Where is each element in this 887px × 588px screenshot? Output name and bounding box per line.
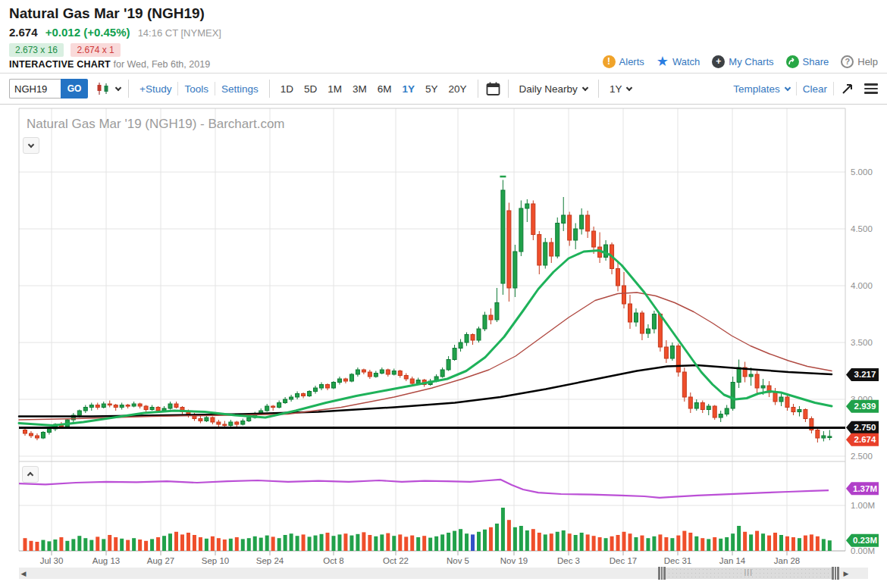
interactive-chart-title: INTERACTIVE CHART (9, 59, 111, 70)
price-flag-label: 3.217 (854, 370, 876, 379)
chevron-down-icon (582, 84, 588, 90)
toolbar-minisep (215, 82, 215, 95)
interactive-chart-label: INTERACTIVE CHART for Wed, Feb 6th, 2019 (9, 59, 210, 70)
help-link[interactable]: ?Help (841, 55, 878, 68)
barchart-app: Natural Gas Mar '19 (NGH19) 2.674 +0.012… (0, 0, 887, 588)
x-axis-label: Dec 17 (610, 556, 637, 565)
calendar-icon[interactable] (486, 82, 500, 96)
price-flag-label: 2.674 (854, 435, 876, 444)
range-6m[interactable]: 6M (378, 83, 392, 95)
chart-type-icon[interactable] (96, 82, 121, 95)
span-value: 1Y (610, 83, 622, 95)
span-dropdown[interactable]: 1Y (606, 83, 635, 95)
chevron-down-icon (28, 142, 34, 148)
open-interest-line (19, 480, 829, 498)
frequency-dropdown[interactable]: Daily Nearby (516, 83, 591, 95)
range-1d[interactable]: 1D (281, 83, 293, 95)
volume-bars (24, 508, 832, 551)
toolbar-separator (269, 80, 270, 98)
star-icon: ★ (657, 55, 669, 68)
range-1y[interactable]: 1Y (403, 83, 415, 95)
time-scrollbar[interactable]: ◀ ||| ▶ (19, 568, 868, 579)
symbol-input[interactable] (9, 79, 61, 99)
scrollbar-left-handle[interactable] (658, 567, 666, 580)
alerts-link[interactable]: !Alerts (603, 55, 644, 68)
x-axis-label: Nov 19 (500, 556, 528, 565)
volume-axis-label: 1.00M (851, 501, 875, 510)
x-axis-label: Sep 10 (202, 556, 229, 565)
go-button[interactable]: GO (61, 79, 88, 99)
mid-ma-line (19, 292, 832, 420)
collapse-price-panel-button[interactable] (23, 137, 39, 154)
y-axis-label: 2.500 (851, 452, 873, 461)
grid-lines: Jul 30Aug 13Aug 27Sep 10Sep 24Oct 8Oct 2… (19, 108, 875, 565)
last-price: 2.674 (9, 26, 38, 39)
y-axis-label: 5.000 (851, 167, 873, 177)
price-flag-label: 1.37M (853, 484, 877, 493)
range-20y[interactable]: 20Y (449, 83, 467, 95)
toolbar-separator (128, 80, 129, 98)
tools-button[interactable]: Tools (181, 83, 212, 95)
price-flag-label: 2.750 (854, 423, 876, 432)
x-axis-label: Nov 5 (447, 556, 469, 565)
ask-badge: 2.674 x 1 (71, 43, 120, 57)
toolbar-separator (478, 80, 478, 98)
pointer-tool-icon[interactable] (842, 83, 854, 95)
x-axis-label: Jan 28 (774, 556, 801, 565)
volume-axis-label: 0.00M (851, 546, 875, 555)
bid-ask-row: 2.673 x 16 2.674 x 1 (9, 43, 125, 57)
scrollbar-right-handle[interactable] (832, 567, 839, 580)
link-label: Alerts (619, 56, 644, 67)
price-change: +0.012 (+0.45%) (45, 26, 130, 39)
x-axis-label: Aug 27 (147, 556, 174, 565)
chart-watermark: Natural Gas Mar '19 (NGH19) - Barchart.c… (27, 117, 285, 131)
settings-button[interactable]: Settings (218, 83, 262, 95)
share-icon (786, 55, 799, 68)
collapse-volume-panel-button[interactable] (22, 466, 39, 483)
candlestick-series (24, 180, 832, 443)
toolbar-separator (508, 80, 509, 98)
y-axis-label: 4.000 (851, 281, 873, 290)
clear-button[interactable]: Clear (800, 83, 830, 95)
link-label: My Charts (729, 56, 773, 67)
scroll-right-arrow[interactable]: ▶ (842, 568, 851, 579)
price-flag-label: 0.23M (853, 536, 877, 545)
scrollbar-thumb[interactable]: ||| (660, 568, 838, 579)
share-link[interactable]: Share (786, 55, 829, 68)
toolbar-minisep (177, 82, 178, 95)
price-chart-svg: Jul 30Aug 13Aug 27Sep 10Sep 24Oct 8Oct 2… (0, 105, 887, 568)
range-buttons: 1D5D1M3M6M1Y5Y20Y (281, 83, 467, 95)
my-charts-link[interactable]: +My Charts (712, 55, 773, 68)
candlestick-type-icon (96, 82, 111, 95)
chevron-down-icon (784, 84, 790, 90)
x-axis-label: Oct 8 (323, 556, 343, 565)
watch-link[interactable]: ★Watch (657, 55, 701, 68)
price-flag-label: 2.939 (854, 402, 876, 411)
y-axis-label: 3.500 (851, 338, 873, 347)
add-study-button[interactable]: +Study (136, 83, 174, 95)
templates-dropdown[interactable]: Templates (730, 83, 793, 95)
x-axis-label: Dec 3 (557, 556, 580, 565)
bid-badge: 2.673 x 16 (9, 43, 64, 57)
range-5y[interactable]: 5Y (425, 83, 438, 95)
frequency-value: Daily Nearby (519, 83, 578, 95)
toolbar-minisep (796, 82, 797, 95)
link-label: Help (857, 56, 878, 67)
plot-borders (19, 108, 845, 551)
range-3m[interactable]: 3M (353, 83, 367, 95)
x-axis-label: Aug 13 (92, 556, 120, 565)
link-label: Share (803, 56, 829, 67)
range-1m[interactable]: 1M (328, 83, 342, 95)
menu-icon[interactable] (864, 83, 878, 94)
x-axis-label: Dec 31 (664, 556, 691, 565)
x-axis-label: Jan 14 (719, 556, 746, 565)
chevron-up-icon (27, 472, 33, 478)
toolbar-separator (598, 80, 599, 98)
chart-toolbar: GO +Study Tools Settings 1D5D1M3M6M1Y5Y2… (0, 74, 887, 105)
range-5d[interactable]: 5D (304, 83, 317, 95)
header-links: !Alerts★Watch+My ChartsShare?Help (603, 55, 878, 68)
toolbar-minisep (833, 82, 834, 95)
x-axis-label: Sep 24 (256, 556, 284, 565)
scroll-left-arrow[interactable]: ◀ (19, 568, 28, 579)
scrollbar-grip: ||| (744, 568, 754, 576)
